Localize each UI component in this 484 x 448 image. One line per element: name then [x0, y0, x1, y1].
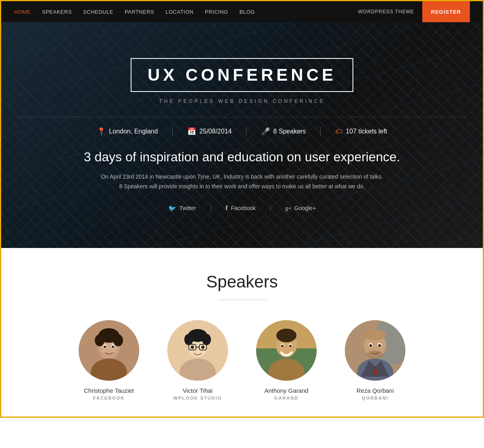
twitter-icon: 🐦	[168, 204, 176, 212]
nav-location[interactable]: LOCATION	[165, 9, 194, 15]
facebook-icon: f	[225, 204, 227, 212]
speaker-name: Reza Qorbani	[357, 387, 394, 394]
hero-headline: 3 days of inspiration and education on u…	[17, 149, 467, 166]
nav-schedule[interactable]: SCHEDULE	[83, 9, 113, 15]
nav-speakers[interactable]: SPEAKERS	[42, 9, 72, 15]
svg-point-30	[289, 345, 292, 347]
googleplus-label: Google+	[294, 205, 316, 211]
speaker-avatar	[79, 320, 139, 381]
speaker-company: GARAND	[274, 396, 298, 400]
svg-point-21	[201, 346, 204, 349]
speaker-avatar	[345, 320, 405, 381]
speaker-name: Victor Tihai	[183, 387, 213, 394]
speaker-avatar	[256, 320, 317, 381]
ticket-icon: 🏷	[335, 127, 342, 136]
nav-pricing[interactable]: PRICING	[205, 9, 228, 15]
conference-subtitle: THE PEOPLES WEB DESIGN CONFERINCE	[17, 98, 467, 104]
nav-links: HOME SPEAKERS SCHEDULE PARTNERS LOCATION…	[14, 9, 255, 15]
nav-home[interactable]: HOME	[14, 9, 31, 15]
speaker-avatar	[167, 320, 228, 381]
wordpress-theme-label: WORDPRESS THEME	[358, 9, 414, 15]
navigation: HOME SPEAKERS SCHEDULE PARTNERS LOCATION…	[1, 1, 483, 22]
svg-point-5	[95, 334, 104, 346]
hero-social: 🐦 Twitter f Facebook g+ Google+	[17, 204, 467, 212]
speaker-card: Reza Qorbani QORBANI	[343, 320, 407, 400]
meta-tickets: 🏷 107 tickets left	[321, 127, 401, 136]
calendar-icon: 📅	[187, 127, 196, 136]
speakers-heading: Speakers	[17, 272, 467, 292]
googleplus-link[interactable]: g+ Google+	[271, 205, 330, 211]
speakers-grid: Christophe Tauziet FACEBOOK	[17, 320, 467, 400]
svg-point-15	[184, 334, 193, 345]
location-icon: 📍	[97, 127, 106, 136]
register-button[interactable]: REGISTER	[422, 1, 470, 22]
speakers-section: Speakers	[1, 248, 483, 417]
meta-date: 📅 25/08/2014	[173, 127, 246, 136]
svg-point-6	[113, 334, 123, 346]
speaker-company: FACEBOOK	[93, 396, 125, 400]
hero-meta: 📍 London, England 📅 25/08/2014 🎤 8 Speak…	[17, 127, 467, 136]
conference-title-box: UX CONFERENCE	[131, 58, 353, 92]
hero-divider	[17, 117, 467, 117]
svg-point-39	[369, 344, 372, 347]
nav-blog[interactable]: BLOG	[240, 9, 255, 15]
hero-content: UX CONFERENCE THE PEOPLES WEB DESIGN CON…	[1, 58, 483, 212]
svg-point-9	[104, 346, 106, 348]
svg-point-26	[276, 329, 296, 342]
speakers-divider	[218, 300, 266, 300]
meta-tickets-text: 107 tickets left	[346, 128, 387, 135]
speaker-name: Anthony Garand	[264, 387, 308, 394]
hero-section: UX CONFERENCE THE PEOPLES WEB DESIGN CON…	[1, 22, 483, 248]
svg-point-29	[281, 345, 284, 347]
meta-speakers: 🎤 8 Speakers	[246, 127, 321, 136]
meta-date-text: 25/08/2014	[199, 128, 232, 135]
twitter-link[interactable]: 🐦 Twitter	[154, 204, 211, 212]
svg-point-40	[378, 344, 381, 347]
nav-partners[interactable]: PARTNERS	[125, 9, 154, 15]
twitter-label: Twitter	[179, 205, 196, 211]
speaker-company: QORBANI	[362, 396, 388, 400]
microphone-icon: 🎤	[261, 127, 270, 136]
svg-point-20	[191, 346, 194, 349]
speaker-card: Victor Tihai WPLOOK STUDIO	[165, 320, 230, 400]
speaker-company: WPLOOK STUDIO	[173, 396, 222, 400]
meta-location-text: London, England	[109, 128, 158, 135]
svg-point-36	[367, 350, 383, 358]
nav-right: WORDPRESS THEME REGISTER	[358, 1, 470, 22]
speaker-card: Christophe Tauziet FACEBOOK	[77, 320, 141, 400]
meta-location: 📍 London, England	[82, 127, 173, 136]
svg-point-16	[202, 334, 211, 345]
googleplus-icon: g+	[285, 205, 291, 211]
facebook-label: Facebook	[231, 205, 255, 211]
svg-point-10	[112, 346, 114, 348]
hero-description: On April 23rd 2014 in Newcastle upon Tyn…	[101, 172, 383, 192]
conference-title: UX CONFERENCE	[148, 65, 336, 85]
meta-speakers-text: 8 Speakers	[273, 128, 306, 135]
speaker-name: Christophe Tauziet	[84, 387, 134, 394]
speaker-card: Anthony Garand GARAND	[254, 320, 319, 400]
svg-point-35	[365, 329, 386, 340]
facebook-link[interactable]: f Facebook	[211, 204, 271, 212]
